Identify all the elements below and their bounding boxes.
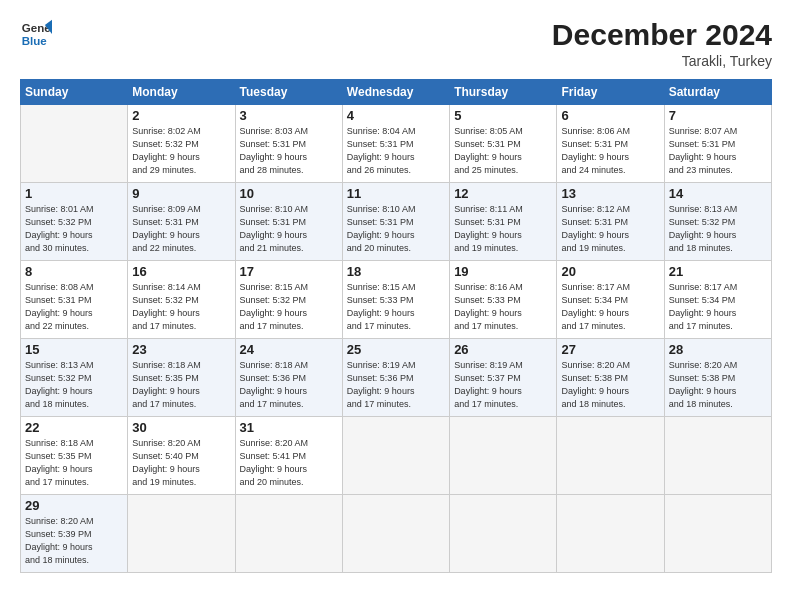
day-info: Sunrise: 8:13 AM Sunset: 5:32 PM Dayligh… xyxy=(25,359,123,411)
calendar-cell: 4Sunrise: 8:04 AM Sunset: 5:31 PM Daylig… xyxy=(342,105,449,183)
day-info: Sunrise: 8:14 AM Sunset: 5:32 PM Dayligh… xyxy=(132,281,230,333)
col-thursday: Thursday xyxy=(450,80,557,105)
calendar-cell xyxy=(557,495,664,573)
day-number: 4 xyxy=(347,108,445,123)
day-info: Sunrise: 8:01 AM Sunset: 5:32 PM Dayligh… xyxy=(25,203,123,255)
calendar-cell: 22Sunrise: 8:18 AM Sunset: 5:35 PM Dayli… xyxy=(21,417,128,495)
day-info: Sunrise: 8:15 AM Sunset: 5:33 PM Dayligh… xyxy=(347,281,445,333)
calendar-cell: 19Sunrise: 8:16 AM Sunset: 5:33 PM Dayli… xyxy=(450,261,557,339)
calendar-cell: 18Sunrise: 8:15 AM Sunset: 5:33 PM Dayli… xyxy=(342,261,449,339)
day-number: 11 xyxy=(347,186,445,201)
calendar-cell: 11Sunrise: 8:10 AM Sunset: 5:31 PM Dayli… xyxy=(342,183,449,261)
day-number: 23 xyxy=(132,342,230,357)
month-title: December 2024 xyxy=(552,18,772,51)
day-info: Sunrise: 8:20 AM Sunset: 5:38 PM Dayligh… xyxy=(669,359,767,411)
col-tuesday: Tuesday xyxy=(235,80,342,105)
calendar-cell: 24Sunrise: 8:18 AM Sunset: 5:36 PM Dayli… xyxy=(235,339,342,417)
day-info: Sunrise: 8:12 AM Sunset: 5:31 PM Dayligh… xyxy=(561,203,659,255)
day-info: Sunrise: 8:06 AM Sunset: 5:31 PM Dayligh… xyxy=(561,125,659,177)
day-info: Sunrise: 8:11 AM Sunset: 5:31 PM Dayligh… xyxy=(454,203,552,255)
day-info: Sunrise: 8:05 AM Sunset: 5:31 PM Dayligh… xyxy=(454,125,552,177)
calendar-cell: 10Sunrise: 8:10 AM Sunset: 5:31 PM Dayli… xyxy=(235,183,342,261)
calendar-cell xyxy=(450,495,557,573)
calendar-cell: 13Sunrise: 8:12 AM Sunset: 5:31 PM Dayli… xyxy=(557,183,664,261)
day-info: Sunrise: 8:20 AM Sunset: 5:41 PM Dayligh… xyxy=(240,437,338,489)
day-info: Sunrise: 8:18 AM Sunset: 5:36 PM Dayligh… xyxy=(240,359,338,411)
calendar-cell xyxy=(450,417,557,495)
day-number: 13 xyxy=(561,186,659,201)
calendar-cell: 27Sunrise: 8:20 AM Sunset: 5:38 PM Dayli… xyxy=(557,339,664,417)
day-info: Sunrise: 8:17 AM Sunset: 5:34 PM Dayligh… xyxy=(669,281,767,333)
calendar-cell: 12Sunrise: 8:11 AM Sunset: 5:31 PM Dayli… xyxy=(450,183,557,261)
day-number: 14 xyxy=(669,186,767,201)
header-row: Sunday Monday Tuesday Wednesday Thursday… xyxy=(21,80,772,105)
day-number: 19 xyxy=(454,264,552,279)
calendar-cell: 2Sunrise: 8:02 AM Sunset: 5:32 PM Daylig… xyxy=(128,105,235,183)
calendar-cell: 28Sunrise: 8:20 AM Sunset: 5:38 PM Dayli… xyxy=(664,339,771,417)
day-number: 18 xyxy=(347,264,445,279)
header: General Blue December 2024 Tarakli, Turk… xyxy=(20,18,772,69)
day-number: 29 xyxy=(25,498,123,513)
day-number: 26 xyxy=(454,342,552,357)
day-number: 2 xyxy=(132,108,230,123)
day-number: 20 xyxy=(561,264,659,279)
day-info: Sunrise: 8:20 AM Sunset: 5:38 PM Dayligh… xyxy=(561,359,659,411)
col-sunday: Sunday xyxy=(21,80,128,105)
calendar-cell: 29Sunrise: 8:20 AM Sunset: 5:39 PM Dayli… xyxy=(21,495,128,573)
day-info: Sunrise: 8:07 AM Sunset: 5:31 PM Dayligh… xyxy=(669,125,767,177)
calendar-row: 29Sunrise: 8:20 AM Sunset: 5:39 PM Dayli… xyxy=(21,495,772,573)
day-number: 24 xyxy=(240,342,338,357)
calendar-cell: 23Sunrise: 8:18 AM Sunset: 5:35 PM Dayli… xyxy=(128,339,235,417)
calendar-cell: 5Sunrise: 8:05 AM Sunset: 5:31 PM Daylig… xyxy=(450,105,557,183)
day-info: Sunrise: 8:10 AM Sunset: 5:31 PM Dayligh… xyxy=(347,203,445,255)
day-info: Sunrise: 8:19 AM Sunset: 5:36 PM Dayligh… xyxy=(347,359,445,411)
calendar-cell: 8Sunrise: 8:08 AM Sunset: 5:31 PM Daylig… xyxy=(21,261,128,339)
calendar-cell: 3Sunrise: 8:03 AM Sunset: 5:31 PM Daylig… xyxy=(235,105,342,183)
day-number: 12 xyxy=(454,186,552,201)
day-number: 25 xyxy=(347,342,445,357)
calendar-row: 8Sunrise: 8:08 AM Sunset: 5:31 PM Daylig… xyxy=(21,261,772,339)
calendar-cell xyxy=(235,495,342,573)
day-info: Sunrise: 8:13 AM Sunset: 5:32 PM Dayligh… xyxy=(669,203,767,255)
day-info: Sunrise: 8:08 AM Sunset: 5:31 PM Dayligh… xyxy=(25,281,123,333)
day-number: 6 xyxy=(561,108,659,123)
logo: General Blue xyxy=(20,18,52,50)
col-wednesday: Wednesday xyxy=(342,80,449,105)
day-number: 30 xyxy=(132,420,230,435)
day-number: 28 xyxy=(669,342,767,357)
day-number: 21 xyxy=(669,264,767,279)
col-monday: Monday xyxy=(128,80,235,105)
day-info: Sunrise: 8:17 AM Sunset: 5:34 PM Dayligh… xyxy=(561,281,659,333)
day-number: 27 xyxy=(561,342,659,357)
day-number: 15 xyxy=(25,342,123,357)
title-block: December 2024 Tarakli, Turkey xyxy=(552,18,772,69)
day-info: Sunrise: 8:02 AM Sunset: 5:32 PM Dayligh… xyxy=(132,125,230,177)
day-info: Sunrise: 8:10 AM Sunset: 5:31 PM Dayligh… xyxy=(240,203,338,255)
calendar-row: 1Sunrise: 8:01 AM Sunset: 5:32 PM Daylig… xyxy=(21,183,772,261)
calendar-cell xyxy=(21,105,128,183)
day-number: 7 xyxy=(669,108,767,123)
day-number: 22 xyxy=(25,420,123,435)
logo-icon: General Blue xyxy=(20,18,52,50)
location: Tarakli, Turkey xyxy=(552,53,772,69)
calendar-row: 2Sunrise: 8:02 AM Sunset: 5:32 PM Daylig… xyxy=(21,105,772,183)
day-info: Sunrise: 8:18 AM Sunset: 5:35 PM Dayligh… xyxy=(132,359,230,411)
calendar-cell: 9Sunrise: 8:09 AM Sunset: 5:31 PM Daylig… xyxy=(128,183,235,261)
calendar-cell xyxy=(342,495,449,573)
page: General Blue December 2024 Tarakli, Turk… xyxy=(0,0,792,612)
day-number: 8 xyxy=(25,264,123,279)
calendar-cell: 26Sunrise: 8:19 AM Sunset: 5:37 PM Dayli… xyxy=(450,339,557,417)
day-number: 31 xyxy=(240,420,338,435)
calendar-cell: 17Sunrise: 8:15 AM Sunset: 5:32 PM Dayli… xyxy=(235,261,342,339)
calendar-cell xyxy=(664,495,771,573)
day-number: 5 xyxy=(454,108,552,123)
calendar-cell xyxy=(664,417,771,495)
calendar-cell: 21Sunrise: 8:17 AM Sunset: 5:34 PM Dayli… xyxy=(664,261,771,339)
day-number: 9 xyxy=(132,186,230,201)
calendar-cell: 15Sunrise: 8:13 AM Sunset: 5:32 PM Dayli… xyxy=(21,339,128,417)
day-info: Sunrise: 8:16 AM Sunset: 5:33 PM Dayligh… xyxy=(454,281,552,333)
calendar-cell xyxy=(557,417,664,495)
col-saturday: Saturday xyxy=(664,80,771,105)
day-info: Sunrise: 8:09 AM Sunset: 5:31 PM Dayligh… xyxy=(132,203,230,255)
day-info: Sunrise: 8:18 AM Sunset: 5:35 PM Dayligh… xyxy=(25,437,123,489)
